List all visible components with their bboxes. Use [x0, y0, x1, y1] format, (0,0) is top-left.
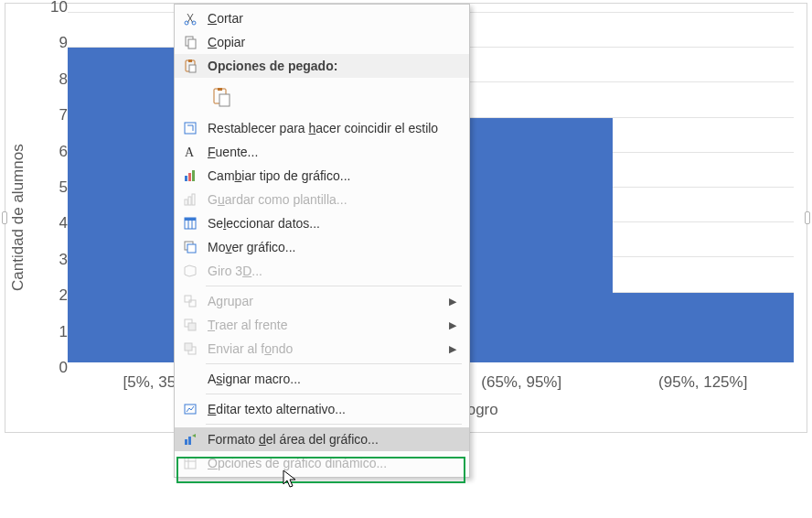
- svg-rect-15: [185, 200, 187, 205]
- svg-rect-32: [188, 437, 191, 445]
- menu-cut-label: Cortar: [208, 11, 456, 26]
- menu-alt-text-label: Editar texto alternativo...: [208, 402, 456, 416]
- svg-rect-29: [185, 343, 192, 351]
- font-icon: A: [180, 143, 200, 161]
- menu-assign-macro[interactable]: Asignar macro...: [175, 367, 469, 391]
- menu-font-label: Fuente...: [208, 145, 456, 159]
- menu-bring-front: Traer al frente ▶: [175, 313, 469, 337]
- svg-rect-19: [185, 218, 196, 221]
- menu-select-data-label: Seleccionar datos...: [208, 216, 456, 231]
- svg-rect-17: [192, 194, 195, 205]
- menu-cut[interactable]: Cortar: [175, 6, 469, 30]
- alt-text-icon: [180, 400, 200, 418]
- menu-copy-label: Copiar: [208, 35, 456, 49]
- svg-rect-3: [188, 39, 196, 49]
- save-template-icon: [180, 190, 200, 209]
- pivot-icon: [180, 454, 200, 472]
- blank-icon: [180, 370, 200, 388]
- menu-format-chart-area[interactable]: Formato del área del gráfico...: [175, 427, 469, 451]
- paste-options-row: [175, 78, 469, 116]
- svg-rect-33: [185, 458, 196, 469]
- copy-icon: [180, 33, 200, 51]
- menu-send-back: Enviar al fondo ▶: [175, 337, 469, 361]
- format-icon: [180, 430, 200, 448]
- context-menu: Cortar Copiar Opciones de pegado: Restab…: [174, 4, 470, 478]
- menu-reset-style-label: Restablecer para hacer coincidir el esti…: [208, 121, 456, 135]
- menu-alt-text[interactable]: Editar texto alternativo...: [175, 397, 469, 421]
- menu-send-back-label: Enviar al fondo: [208, 341, 443, 356]
- menu-change-chart-type[interactable]: Cambiar tipo de gráfico...: [175, 164, 469, 188]
- menu-rotate-3d-label: Giro 3D...: [208, 264, 456, 278]
- svg-rect-23: [187, 244, 196, 253]
- menu-select-data[interactable]: Seleccionar datos...: [175, 211, 469, 235]
- bring-front-icon: [180, 316, 200, 334]
- menu-group-label: Agrupar: [208, 294, 443, 308]
- svg-rect-16: [188, 197, 191, 205]
- menu-pivot-options-label: Opciones de gráfico dinámico...: [208, 456, 456, 470]
- submenu-arrow-icon: ▶: [449, 319, 456, 331]
- submenu-arrow-icon: ▶: [449, 296, 456, 308]
- menu-move-chart[interactable]: Mover gráfico...: [175, 235, 469, 259]
- clipboard-icon: [180, 57, 200, 75]
- rotate-3d-icon: [180, 262, 200, 280]
- svg-text:A: A: [185, 146, 195, 159]
- svg-rect-6: [189, 65, 196, 72]
- menu-copy[interactable]: Copiar: [175, 30, 469, 54]
- svg-rect-10: [185, 123, 196, 134]
- svg-rect-8: [218, 88, 222, 91]
- svg-rect-25: [189, 300, 196, 307]
- menu-rotate-3d: Giro 3D...: [175, 259, 469, 283]
- paste-option-icon[interactable]: [208, 83, 235, 111]
- y-axis-ticks: 10 9 8 7 6 5 4 3 2 1 0: [37, 4, 68, 368]
- svg-rect-9: [219, 94, 230, 106]
- group-icon: [180, 292, 200, 310]
- svg-rect-24: [185, 296, 191, 302]
- svg-rect-12: [185, 176, 187, 181]
- menu-save-template: Guardar como plantilla...: [175, 188, 469, 211]
- svg-rect-27: [188, 323, 196, 330]
- move-chart-icon: [180, 238, 200, 256]
- menu-paste-header-label: Opciones de pegado:: [208, 59, 456, 73]
- menu-save-template-label: Guardar como plantilla...: [208, 192, 456, 207]
- resize-handle-right[interactable]: [805, 211, 810, 224]
- menu-bring-front-label: Traer al frente: [208, 318, 443, 332]
- y-axis-title: Cantidad de alumnos: [5, 4, 37, 432]
- chart-type-icon: [180, 167, 200, 185]
- svg-rect-5: [188, 59, 192, 62]
- menu-paste-header: Opciones de pegado:: [175, 54, 469, 78]
- svg-rect-13: [188, 173, 191, 181]
- menu-move-chart-label: Mover gráfico...: [208, 240, 456, 254]
- menu-font[interactable]: A Fuente...: [175, 140, 469, 164]
- reset-style-icon: [180, 119, 200, 137]
- select-data-icon: [180, 214, 200, 232]
- menu-group: Agrupar ▶: [175, 289, 469, 313]
- menu-format-chart-area-label: Formato del área del gráfico...: [208, 432, 456, 447]
- menu-change-chart-type-label: Cambiar tipo de gráfico...: [208, 168, 456, 183]
- submenu-arrow-icon: ▶: [449, 343, 456, 355]
- svg-rect-31: [185, 439, 187, 445]
- menu-pivot-options: Opciones de gráfico dinámico...: [175, 451, 469, 475]
- send-back-icon: [180, 340, 200, 358]
- scissors-icon: [180, 9, 200, 27]
- svg-rect-14: [192, 170, 195, 181]
- bar-3[interactable]: [613, 293, 795, 362]
- menu-assign-macro-label: Asignar macro...: [208, 372, 456, 386]
- menu-reset-style[interactable]: Restablecer para hacer coincidir el esti…: [175, 116, 469, 140]
